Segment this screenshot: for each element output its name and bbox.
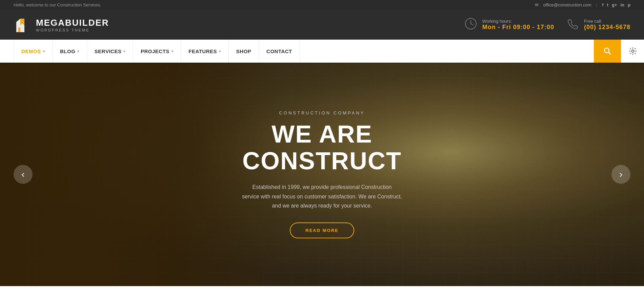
social-icons: f t g+ in p: [602, 2, 630, 7]
gear-icon: [629, 47, 637, 55]
nav-label-contact: CONTACT: [266, 48, 292, 54]
clock-icon: [465, 18, 477, 32]
nav-label-features: FEATURES: [188, 48, 217, 54]
hero-title: WE ARE CONSTRUCT: [214, 121, 430, 174]
nav-item-features[interactable]: FEATURES ▾: [181, 40, 228, 63]
phone-icon: [568, 18, 579, 31]
hero-content: CONSTRUCTION COMPANY WE ARE CONSTRUCT Es…: [214, 110, 430, 238]
top-bar-right: ✉ office@construction.com | f t g+ in p: [535, 2, 630, 7]
working-hours-label: Working hours:: [482, 19, 554, 24]
chevron-down-icon: ▾: [219, 49, 221, 53]
top-bar: Hello, welcome to our Construction Servi…: [0, 0, 644, 10]
chevron-left-icon: ‹: [21, 170, 24, 179]
nav-item-services[interactable]: SERVICES ▾: [87, 40, 133, 63]
nav-item-demos[interactable]: DEMOS ▾: [14, 40, 53, 63]
nav-label-services: SERVICES: [95, 48, 122, 54]
twitter-icon[interactable]: t: [607, 2, 608, 7]
header-right: Working hours: Mon - Fri 09:00 - 17:00 F…: [465, 18, 630, 32]
chevron-right-icon: ›: [619, 170, 622, 179]
logo-text: MEGABUILDER WORDPRESS THEME: [36, 18, 109, 32]
welcome-text: Hello, welcome to our Construction Servi…: [14, 2, 101, 7]
email-icon: ✉: [535, 2, 539, 7]
hero-section: ‹ CONSTRUCTION COMPANY WE ARE CONSTRUCT …: [0, 63, 644, 286]
chevron-down-icon: ▾: [123, 49, 125, 53]
svg-rect-2: [18, 27, 20, 32]
free-call-label: Free call:: [584, 19, 630, 24]
hero-description: Established in 1999, we provide professi…: [214, 182, 430, 210]
search-button[interactable]: [594, 40, 621, 63]
svg-point-8: [631, 50, 634, 52]
search-icon: [604, 47, 611, 55]
working-hours-value: Mon - Fri 09:00 - 17:00: [482, 24, 554, 31]
header: MEGABUILDER WORDPRESS THEME Working hour…: [0, 10, 644, 40]
svg-line-7: [608, 52, 610, 54]
settings-button[interactable]: [621, 40, 644, 63]
hero-cta-button[interactable]: READ MORE: [290, 222, 354, 238]
slider-next-button[interactable]: ›: [611, 165, 630, 184]
free-call-info: Free call: (00) 1234-5678: [568, 18, 630, 31]
googleplus-icon[interactable]: g+: [612, 2, 617, 7]
pinterest-icon[interactable]: p: [628, 2, 630, 7]
chevron-down-icon: ▾: [43, 49, 45, 53]
nav-label-blog: BLOG: [60, 48, 75, 54]
working-hours-info: Working hours: Mon - Fri 09:00 - 17:00: [465, 18, 554, 32]
nav-bar: DEMOS ▾ BLOG ▾ SERVICES ▾ PROJECTS ▾ FEA…: [0, 40, 644, 63]
nav-label-projects: PROJECTS: [141, 48, 169, 54]
email-link[interactable]: office@construction.com: [543, 2, 591, 7]
nav-item-contact[interactable]: CONTACT: [259, 40, 300, 63]
logo-icon: [14, 16, 31, 34]
free-call-value: (00) 1234-5678: [584, 24, 630, 31]
nav-label-shop: SHOP: [236, 48, 251, 54]
facebook-icon[interactable]: f: [602, 2, 603, 7]
logo-area[interactable]: MEGABUILDER WORDPRESS THEME: [14, 16, 109, 34]
divider: |: [596, 2, 597, 7]
nav-item-projects[interactable]: PROJECTS ▾: [133, 40, 181, 63]
nav-item-shop[interactable]: SHOP: [229, 40, 259, 63]
linkedin-icon[interactable]: in: [620, 2, 624, 7]
free-call-text: Free call: (00) 1234-5678: [584, 19, 630, 31]
slider-prev-button[interactable]: ‹: [14, 165, 33, 184]
brand-sub: WORDPRESS THEME: [36, 28, 109, 32]
svg-line-5: [471, 24, 473, 25]
nav-label-demos: DEMOS: [21, 48, 41, 54]
nav-item-blog[interactable]: BLOG ▾: [53, 40, 87, 63]
chevron-down-icon: ▾: [172, 49, 174, 53]
chevron-down-icon: ▾: [77, 49, 79, 53]
brand-name: MEGABUILDER: [36, 18, 109, 28]
nav-menu: DEMOS ▾ BLOG ▾ SERVICES ▾ PROJECTS ▾ FEA…: [0, 40, 594, 63]
working-hours-text: Working hours: Mon - Fri 09:00 - 17:00: [482, 19, 554, 31]
hero-subtitle: CONSTRUCTION COMPANY: [214, 110, 430, 115]
